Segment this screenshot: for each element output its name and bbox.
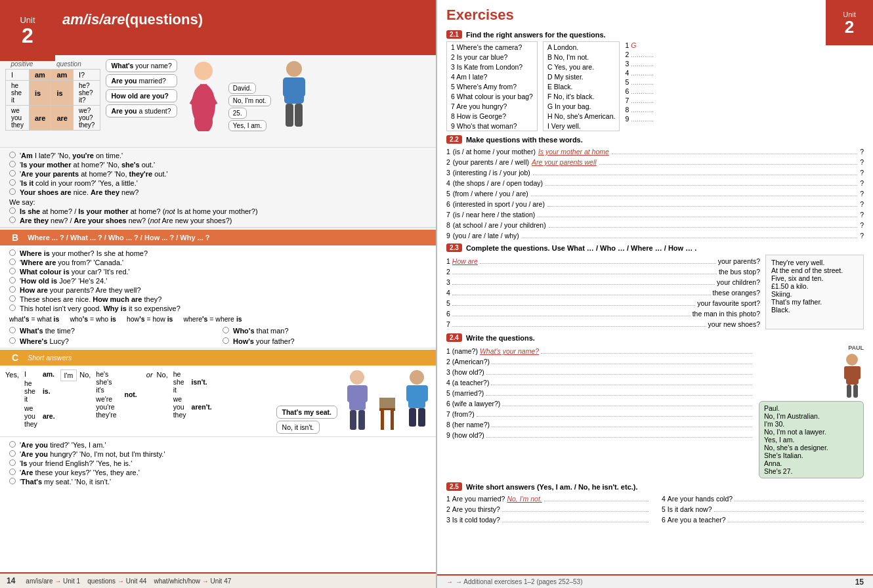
exercises-title: Exercises xyxy=(437,0,873,28)
q7: 7 Are you hungry? xyxy=(447,101,538,111)
im-box: I'm xyxy=(60,369,77,381)
figure-c-man xyxy=(343,368,372,434)
ans-4: 4 ............ xyxy=(625,69,654,77)
svg-point-29 xyxy=(846,354,858,366)
cq-item-6: 6 the man in this photo? xyxy=(446,308,760,318)
c-bullet-1: 'Are you tired?' 'Yes, I am.' xyxy=(9,440,429,449)
exercise-2-1: 2.1 Find the right answers for the quest… xyxy=(437,30,873,131)
ex-2-2-instruction: 2.2 Make questions with these words. xyxy=(446,135,864,144)
ex-2-3-questions: 1 How are your parents? 2 the bus stop? … xyxy=(446,255,760,329)
svg-rect-28 xyxy=(418,408,425,427)
bubble-no-isnt: No, it isn't. xyxy=(276,421,320,434)
svg-rect-8 xyxy=(299,77,305,97)
grammar-pronoun-wyt: weyouthey xyxy=(6,106,30,131)
ex-2-5-badge: 2.5 xyxy=(446,482,462,491)
ce-2: Where's Lucy? xyxy=(9,336,216,345)
wq-item-3: 3 (how old?) xyxy=(446,367,752,376)
ce-1: What's the time? xyxy=(9,326,216,335)
q1: 1 Where's the camera? xyxy=(447,42,538,52)
exercise-2-4: 2.4 Write the questions. 1 (name?) What'… xyxy=(437,333,873,478)
c-bullet-3: 'Is your friend English?' 'Yes, he is.' xyxy=(9,458,429,467)
ex-2-1-instruction: 2.1 Find the right answers for the quest… xyxy=(446,30,864,39)
ans-9: 9 ............ xyxy=(625,115,654,123)
additional-note-text: → Additional exercises 1–2 (pages 252–53… xyxy=(456,578,582,585)
bubble-david: David. xyxy=(228,83,256,94)
bottom-bar-left: 14 am/is/are → Unit 1 questions → Unit 4… xyxy=(0,572,436,588)
bubble-married: Are you married? xyxy=(106,74,177,87)
opt-i: I Very well. xyxy=(543,121,620,131)
ans-6: 6 ............ xyxy=(625,87,654,95)
svg-point-11 xyxy=(350,370,364,385)
wq-item-4: 4 (a teacher?) xyxy=(446,377,752,387)
grammar-pronoun-i: I xyxy=(6,70,30,81)
ex-2-3-badge: 2.3 xyxy=(446,243,462,252)
mq-item-8: 8 (at school / are / your children) ? xyxy=(446,220,864,229)
grammar-header-question: question xyxy=(51,59,100,70)
mq-item-1: 1 (is / at home / your mother) Is your m… xyxy=(446,146,864,156)
bubble-whats-name: What's your name? xyxy=(106,59,177,72)
q8: 8 How is George? xyxy=(447,111,538,121)
title-bar: am/is/are (questions) xyxy=(0,0,436,39)
contr-whos: who's = who is xyxy=(70,315,116,323)
section-c-subtitle: Short answers xyxy=(28,354,72,362)
ex-2-1-badge: 2.1 xyxy=(446,30,462,39)
figure-girl xyxy=(186,59,222,131)
contr-hows: how's = how is xyxy=(127,315,173,323)
sa-no2-label: No, xyxy=(157,371,168,379)
unit-num-left: 2 xyxy=(22,25,33,46)
cq-item-1: 1 How are your parents? xyxy=(446,256,760,265)
section-b-content: Where is your mother? Is she at home? 'W… xyxy=(0,245,436,348)
q4: 4 Am I late? xyxy=(447,72,538,81)
svg-point-5 xyxy=(286,61,302,77)
svg-rect-25 xyxy=(406,385,412,402)
svg-rect-26 xyxy=(422,385,428,402)
wq-item-5: 5 (married?) xyxy=(446,388,752,397)
bottom-nav: am/is/are → Unit 1 questions → Unit 44 w… xyxy=(26,578,231,585)
mq-item-5: 5 (from / where / you / are) ? xyxy=(446,188,864,198)
svg-rect-34 xyxy=(853,385,858,398)
sa-item-5: 5 Is it dark now? xyxy=(662,504,864,513)
sa-table-isnt: hesheitisn't. weyoutheyaren't. xyxy=(171,369,215,419)
we-say-2: Are they new? / Are your shoes new? (not… xyxy=(9,215,429,224)
c-bullet-2: 'Are you hungry?' 'No, I'm not, but I'm … xyxy=(9,449,429,458)
opt-g: G In your bag. xyxy=(543,101,620,111)
section-c-header: C Short answers xyxy=(0,350,436,366)
ex-2-1-text: Find the right answers for the questions… xyxy=(466,31,606,39)
ex-2-5-grid: 1 Are you married? No, I'm not. 4 Are yo… xyxy=(446,494,864,524)
grammar-q-i: I? xyxy=(73,70,100,81)
section-b-title: Where ... ? / What ... ? / Who ... ? / H… xyxy=(28,234,209,242)
ans-1: 1 G xyxy=(625,41,654,49)
mq-item-6: 6 (interested in sport / you / are) ? xyxy=(446,199,864,208)
svg-point-23 xyxy=(410,370,424,385)
sa-table-yes: Iam. hesheitis. weyoutheyare. xyxy=(22,369,58,429)
page-num-right: 15 xyxy=(855,578,864,587)
svg-rect-33 xyxy=(847,385,851,398)
figure-boy xyxy=(278,59,310,131)
opt-d: D My sister. xyxy=(543,72,620,81)
mq-item-2: 2 (your parents / are / well) Are your p… xyxy=(446,157,864,166)
opt-a: A London. xyxy=(543,42,620,52)
mq-item-4: 4 (the shops / are / open today) ? xyxy=(446,178,864,187)
svg-rect-10 xyxy=(295,104,303,127)
sa-item-3: 3 Is it cold today? xyxy=(446,514,649,524)
contr-whats: what's = what is xyxy=(9,315,59,323)
svg-point-0 xyxy=(194,62,213,80)
svg-rect-16 xyxy=(358,410,365,430)
q3: 3 Is Kate from London? xyxy=(447,62,538,72)
section-a-illustration: What's your name? Are you married? How o… xyxy=(106,59,431,144)
ex-2-3-content: 1 How are your parents? 2 the bus stop? … xyxy=(446,255,864,329)
contractions-row: what's = what is who's = who is how's = … xyxy=(9,315,429,323)
grammar-q-wyt: we?you?they? xyxy=(73,106,100,131)
paul-bubble: Paul. No, I'm Australian. I'm 30. No, I'… xyxy=(759,401,864,478)
sa-item-1: 1 Are you married? No, I'm not. xyxy=(446,494,649,503)
section-c-label: C xyxy=(7,351,24,364)
section-c-content: Yes, Iam. hesheitis. weyoutheyare. I'm N… xyxy=(0,366,436,437)
ex-2-3-instruction: 2.3 Complete the questions. Use What … /… xyxy=(446,243,864,252)
title-amis: am/is/are xyxy=(62,11,125,28)
svg-rect-13 xyxy=(347,385,353,402)
svg-rect-15 xyxy=(350,410,356,430)
c-bullet-5: 'That's my seat.' 'No, it isn't.' xyxy=(9,476,429,486)
ans-5: 5 ............ xyxy=(625,78,654,86)
section-a-header: A xyxy=(0,39,436,55)
mq-item-7: 7 (is / near here / the station) ? xyxy=(446,209,864,219)
